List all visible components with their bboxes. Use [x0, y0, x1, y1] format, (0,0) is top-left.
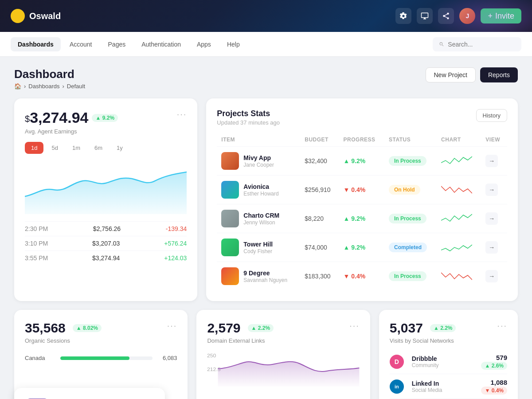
proj-go-4[interactable]: →: [485, 270, 498, 282]
time-tab-1d[interactable]: 1d: [25, 142, 43, 154]
breadcrumb-dashboards[interactable]: Dashboards: [28, 83, 59, 90]
proj-sparkline-0: [441, 154, 472, 167]
domain-number-row: 2,579 ▲ 2.2%: [207, 321, 274, 336]
page-actions: New Project Reports: [426, 67, 518, 82]
time-tab-1m[interactable]: 1m: [66, 142, 86, 154]
nav-authentication[interactable]: Authentication: [134, 37, 188, 51]
proj-name-4: 9 Degree: [243, 270, 287, 277]
time-tab-6m[interactable]: 6m: [88, 142, 109, 154]
nav-account[interactable]: Account: [63, 37, 99, 51]
proj-go-0[interactable]: →: [485, 155, 498, 167]
proj-item-0: Mivy App Jane Cooper: [221, 152, 296, 170]
proj-thumb-1: [221, 181, 239, 199]
search-input[interactable]: [448, 41, 515, 48]
proj-owner-4: Savannah Nguyen: [243, 277, 287, 283]
social-info-wrap-1: in Linked In Social Media: [390, 379, 478, 394]
social-card: 5,037 ▲ 2.2% Visits by Social Networks ·…: [379, 310, 518, 399]
proj-progress-3: ▲ 9.2%: [344, 244, 366, 251]
monitor-icon[interactable]: [417, 8, 433, 24]
projects-title: Projects Stats: [217, 109, 280, 118]
breadcrumb-home-icon: 🏠: [14, 83, 21, 90]
nav-apps[interactable]: Apps: [190, 37, 218, 51]
geo-name-0: Canada: [25, 355, 56, 361]
time-1: 3:10 PM: [25, 240, 48, 247]
projects-table-body: Mivy App Jane Cooper $32,400 ▲ 9.2% In P…: [217, 147, 507, 291]
proj-item-3: Tower Hill Cody Fisher: [221, 239, 296, 256]
social-right-0: 579 ▲ 2.6%: [477, 354, 507, 369]
page-title: Dashboard: [14, 67, 85, 81]
nav-help[interactable]: Help: [220, 37, 247, 51]
invite-label: Invite: [495, 12, 514, 20]
table-row: Avionica Esther Howard $256,910 ▼ 0.4% O…: [217, 176, 507, 204]
nav-dashboards[interactable]: Dashboards: [11, 37, 61, 51]
time-0: 2:30 PM: [25, 225, 48, 232]
domain-more-btn[interactable]: ···: [349, 321, 360, 331]
bootstrap-overlay: B Bootstrap 5: [14, 388, 165, 399]
proj-budget-2: $8,220: [300, 204, 339, 233]
linkedin-icon: in: [390, 379, 404, 394]
change-0: -139.34: [166, 225, 187, 232]
proj-owner-0: Jane Cooper: [243, 162, 274, 168]
invite-plus-icon: +: [488, 12, 493, 20]
proj-item-2: Charto CRM Jenny Wilson: [221, 210, 296, 227]
new-project-button[interactable]: New Project: [426, 67, 476, 82]
avatar[interactable]: J: [459, 8, 475, 24]
dribbble-icon: D: [390, 355, 404, 369]
proj-info-1: Avionica Esther Howard: [243, 183, 278, 197]
col-status: STATUS: [384, 133, 437, 147]
social-header: 5,037 ▲ 2.2% Visits by Social Networks ·…: [390, 321, 507, 344]
proj-thumb-2: [221, 210, 239, 227]
earnings-table: 2:30 PM $2,756.26 -139.34 3:10 PM $3,207…: [25, 221, 187, 265]
proj-progress-0: ▲ 9.2%: [344, 157, 366, 164]
page-content: Dashboard 🏠 › Dashboards › Default New P…: [0, 57, 532, 399]
table-row: Mivy App Jane Cooper $32,400 ▲ 9.2% In P…: [217, 147, 507, 176]
change-1: +576.24: [164, 240, 187, 247]
proj-go-3[interactable]: →: [485, 241, 498, 254]
change-2: +124.03: [164, 254, 187, 262]
organic-number-row: 35,568 ▲ 8.02%: [25, 321, 102, 336]
organic-more-btn[interactable]: ···: [167, 321, 177, 331]
social-badge: ▲ 2.2%: [430, 324, 456, 332]
domain-badge: ▲ 2.2%: [248, 324, 274, 332]
proj-sparkline-4: [441, 269, 472, 282]
currency-symbol: $: [25, 114, 30, 124]
time-2: 3:55 PM: [25, 254, 48, 262]
organic-card: 35,568 ▲ 8.02% Organic Sessions ··· Cana…: [14, 310, 188, 399]
col-chart: CHART: [437, 133, 481, 147]
proj-item-1: Avionica Esther Howard: [221, 181, 296, 199]
reports-button[interactable]: Reports: [480, 67, 518, 82]
breadcrumb-sep2: ›: [62, 83, 64, 90]
projects-title-section: Projects Stats Updated 37 minutes ago: [217, 109, 280, 126]
page-header: Dashboard 🏠 › Dashboards › Default New P…: [14, 67, 518, 90]
breadcrumb-sep1: ›: [24, 83, 26, 90]
geo-bar-wrap-0: [60, 356, 153, 360]
invite-button[interactable]: + Invite: [481, 8, 521, 23]
amount-2: $3,274.94: [92, 254, 120, 262]
history-button[interactable]: History: [476, 109, 507, 122]
earnings-row-0: 2:30 PM $2,756.26 -139.34: [25, 221, 187, 236]
earnings-more-btn[interactable]: ···: [177, 109, 187, 119]
time-tab-1y[interactable]: 1y: [110, 142, 129, 154]
projects-header: Projects Stats Updated 37 minutes ago Hi…: [217, 109, 507, 126]
time-tab-5d[interactable]: 5d: [45, 142, 64, 154]
organic-label: Organic Sessions: [25, 337, 102, 344]
proj-progress-4: ▼ 0.4%: [344, 273, 366, 280]
geo-bars: Canada 6,083: [25, 353, 177, 363]
social-row-0: D Dribbble Community 579 ▲ 2.6%: [390, 349, 507, 374]
social-row-1: in Linked In Social Media 1,088 ▼ 0.4%: [390, 374, 507, 399]
camera-icon[interactable]: [395, 8, 411, 24]
social-number-row: 5,037 ▲ 2.2%: [390, 321, 456, 336]
svg-text:250: 250: [207, 353, 216, 358]
table-row: 9 Degree Savannah Nguyen $183,300 ▼ 0.4%…: [217, 262, 507, 291]
projects-card: Projects Stats Updated 37 minutes ago Hi…: [206, 98, 518, 301]
geo-row-0: Canada 6,083: [25, 353, 177, 363]
proj-thumb-4: [221, 267, 239, 285]
share-icon[interactable]: [438, 8, 454, 24]
proj-go-2[interactable]: →: [485, 212, 498, 225]
nav-pages[interactable]: Pages: [101, 37, 133, 51]
social-count-0: 579: [477, 354, 507, 361]
social-more-btn[interactable]: ···: [497, 321, 507, 331]
proj-go-1[interactable]: →: [485, 184, 498, 196]
domain-header: 2,579 ▲ 2.2% Domain External Links ···: [207, 321, 359, 344]
earnings-badge: ▲ 9.2%: [92, 114, 118, 122]
